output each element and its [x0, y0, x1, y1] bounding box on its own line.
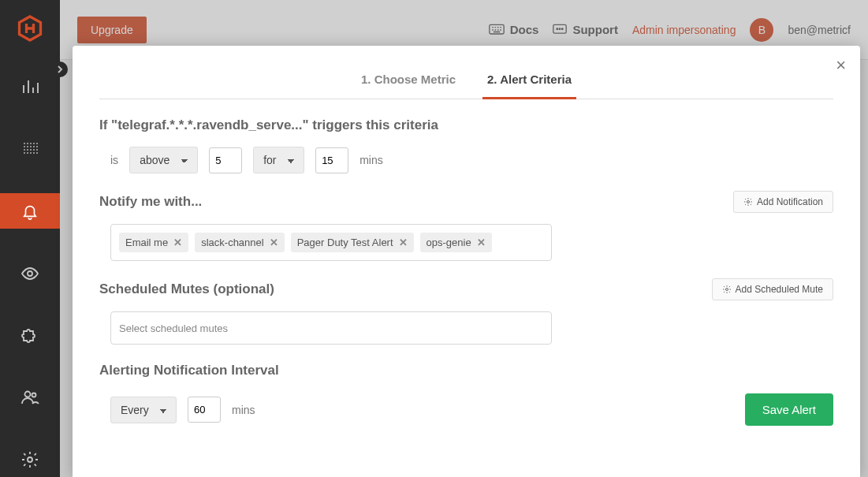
- brand-logo-icon: [16, 14, 44, 43]
- threshold-input[interactable]: [209, 147, 242, 173]
- nav-metrics[interactable]: [0, 132, 60, 167]
- is-label: is: [110, 154, 118, 166]
- tab-alert-criteria[interactable]: 2. Alert Criteria: [482, 65, 576, 99]
- mutes-placeholder: Select scheduled mutes: [119, 322, 228, 334]
- nav-settings[interactable]: [0, 442, 60, 477]
- svg-point-1: [25, 391, 31, 397]
- interval-mode-select[interactable]: Every: [110, 397, 177, 423]
- mutes-input[interactable]: Select scheduled mutes: [110, 311, 552, 345]
- duration-input[interactable]: [315, 147, 348, 173]
- notification-tag: slack-channel✕: [195, 233, 285, 252]
- nav-integrations[interactable]: [0, 318, 60, 353]
- left-nav-rail: [0, 0, 60, 477]
- remove-tag-icon[interactable]: ✕: [270, 237, 278, 248]
- gear-small-icon: [722, 285, 732, 294]
- tab-choose-metric[interactable]: 1. Choose Metric: [356, 65, 460, 99]
- svg-point-3: [28, 457, 32, 462]
- expand-rail-button[interactable]: [52, 61, 68, 77]
- duration-mode-select[interactable]: for: [253, 147, 304, 173]
- interval-heading: Alerting Notification Interval: [99, 362, 833, 379]
- gear-small-icon: [743, 197, 753, 207]
- svg-point-9: [747, 201, 749, 203]
- criteria-heading: If "telegraf.*.*.*.ravendb_serve..." tri…: [99, 117, 833, 134]
- remove-tag-icon[interactable]: ✕: [173, 237, 182, 248]
- remove-tag-icon[interactable]: ✕: [399, 237, 408, 248]
- close-button[interactable]: ×: [836, 57, 846, 74]
- nav-users[interactable]: [0, 380, 60, 416]
- alert-modal: × 1. Choose Metric 2. Alert Criteria If …: [73, 46, 860, 477]
- remove-tag-icon[interactable]: ✕: [477, 237, 486, 248]
- mins-label: mins: [359, 154, 383, 166]
- comparator-select[interactable]: above: [129, 147, 198, 173]
- add-notification-button[interactable]: Add Notification: [733, 191, 833, 213]
- notification-tag-label: Pager Duty Test Alert: [297, 237, 393, 248]
- eye-icon: [20, 264, 39, 283]
- notification-tag-label: Email me: [125, 237, 168, 248]
- notify-heading: Notify me with...: [99, 193, 202, 211]
- nav-monitoring[interactable]: [0, 255, 60, 291]
- gear-icon: [20, 450, 39, 469]
- mutes-heading: Scheduled Mutes (optional): [99, 281, 274, 298]
- svg-point-0: [28, 271, 32, 276]
- nav-alerts[interactable]: [0, 193, 60, 229]
- sliders-icon: [20, 140, 39, 158]
- notification-tag-label: slack-channel: [201, 237, 264, 248]
- add-scheduled-mute-button[interactable]: Add Scheduled Mute: [712, 278, 833, 300]
- add-mute-label: Add Scheduled Mute: [736, 284, 823, 295]
- nav-dashboards[interactable]: [0, 69, 60, 105]
- add-notification-label: Add Notification: [757, 196, 823, 207]
- svg-point-2: [32, 393, 36, 397]
- modal-tabs: 1. Choose Metric 2. Alert Criteria: [99, 65, 833, 99]
- users-icon: [20, 388, 39, 407]
- notification-tag-label: ops-genie: [427, 237, 471, 248]
- notifications-input[interactable]: Email me✕ slack-channel✕ Pager Duty Test…: [110, 224, 552, 261]
- save-alert-button[interactable]: Save Alert: [745, 393, 833, 426]
- bell-icon: [20, 202, 39, 221]
- puzzle-icon: [20, 326, 39, 345]
- interval-input[interactable]: [188, 397, 221, 423]
- notification-tag: ops-genie✕: [420, 233, 492, 252]
- svg-point-10: [725, 289, 728, 291]
- interval-mins-label: mins: [232, 404, 255, 416]
- notification-tag: Email me✕: [119, 233, 188, 252]
- bar-chart-icon: [20, 77, 39, 96]
- notification-tag: Pager Duty Test Alert✕: [291, 233, 414, 252]
